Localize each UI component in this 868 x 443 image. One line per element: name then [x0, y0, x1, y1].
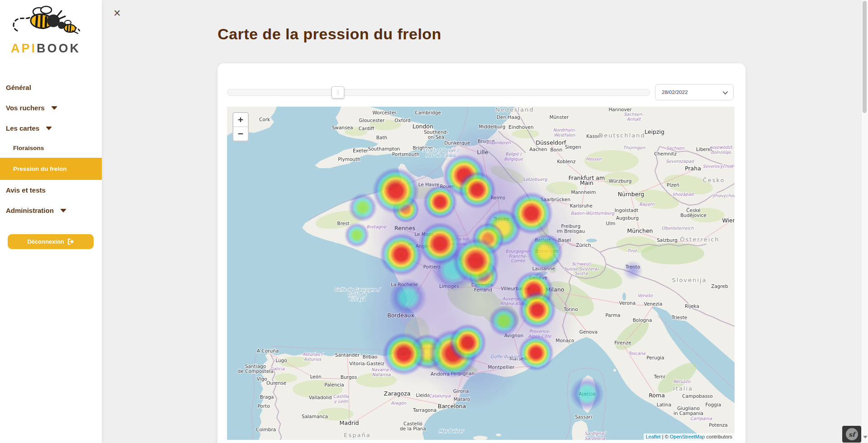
map-label: Trento [625, 264, 640, 269]
sidebar-item-vos-ruchers[interactable]: Vos ruchers [0, 98, 102, 118]
chevron-down-icon [722, 90, 728, 96]
map-label: Rouen [440, 184, 455, 189]
osm-link[interactable]: OpenStreetMap [670, 434, 705, 439]
date-select[interactable]: 28/02/2022 [655, 84, 734, 100]
map-label: Cambridge [415, 110, 441, 115]
map-label: Abruzzo [673, 379, 691, 384]
map-label: Sachsen-Anhalt [624, 112, 644, 122]
symfony-debug-badge[interactable]: sf [842, 426, 861, 443]
map-label: Girona [453, 388, 469, 394]
map-label: Middelburg [479, 124, 506, 129]
map-label: Deutschland [598, 132, 645, 139]
map-label: Parma [605, 312, 620, 318]
map-label: Braga [260, 394, 274, 400]
debug-caret-icon[interactable] [863, 436, 868, 438]
map-label: Milano [546, 286, 564, 293]
map-label: Jihozápad [672, 192, 694, 197]
sidebar-item-label: Avis et tests [6, 186, 46, 194]
map-label: Toulouse [415, 345, 436, 351]
zoom-in-button[interactable]: + [233, 113, 248, 127]
caret-down-icon [46, 127, 52, 130]
map-label: Frankfurt amMain [569, 174, 605, 186]
map-label: Karlsruhe [570, 203, 593, 208]
sidebar-nav: GénéralVos ruchersLes cartesFloraisonsPr… [0, 77, 102, 221]
map-label: España [344, 432, 370, 438]
map-label: Monaco [556, 338, 574, 343]
small-bee-icon [58, 20, 78, 33]
logout-icon [67, 239, 74, 245]
close-icon[interactable]: × [114, 7, 121, 19]
map-label: Potenza [709, 422, 728, 428]
sidebar-item-floraisons[interactable]: Floraisons [0, 138, 102, 158]
map-label: Augsburg [616, 215, 639, 221]
map-canvas[interactable]: CorkSwanseaCardiffWorcesterCambridgeGlou… [227, 107, 735, 440]
sidebar-item-avis-et-tests[interactable]: Avis et tests [0, 180, 102, 200]
map-label: Bath [376, 135, 387, 140]
map-label: Campobasso [682, 393, 713, 399]
map-label: Münster [550, 114, 569, 120]
map-label: ČeskéBudějovice [680, 207, 707, 218]
map-label: Venezia [644, 301, 663, 306]
sidebar-item-g-n-ral[interactable]: Général [0, 77, 102, 98]
zoom-out-button[interactable]: − [233, 127, 248, 141]
map-label: Koblenz [557, 159, 576, 164]
leaflet-link[interactable]: Leaflet [646, 434, 661, 439]
map-label: Cork [259, 117, 270, 122]
sidebar-item-pression-du-frelon[interactable]: Pression du frelon [0, 158, 102, 180]
map-label: Vlaanderen [486, 140, 511, 145]
map-label: Clermont-Ferrand [471, 282, 495, 292]
map-label: München [627, 227, 653, 234]
map-label: Letzebuerg [523, 177, 547, 182]
scrollbar-thumb[interactable] [863, 1, 867, 113]
map-label: Leipzig [645, 128, 664, 135]
sidebar-item-les-cartes[interactable]: Les cartes [0, 118, 102, 138]
map-label: Galicia [270, 366, 285, 371]
map-label: Severozápad [666, 159, 694, 164]
map-label: Pays dela Loire [396, 241, 413, 251]
map-label: Porto [257, 403, 270, 409]
map-label: Lausanne [532, 266, 555, 271]
map-label: Česko [703, 177, 725, 184]
sidebar-item-label: Floraisons [13, 145, 44, 151]
map-label: Reims [491, 195, 505, 200]
map-label: Plzeň [667, 182, 679, 188]
sidebar-item-administration[interactable]: Administration [0, 200, 102, 221]
sidebar-item-label: Vos ruchers [6, 104, 45, 112]
map-label: Castellóde la Plana [400, 421, 426, 431]
map-label: Asturias /Asturies [303, 352, 324, 362]
logout-button[interactable]: Déconnexion [8, 234, 94, 249]
map-label: Sachsen [666, 146, 685, 151]
map-label: Golfe de Gascogne /Golfo deVizcaya [334, 287, 381, 302]
map-label: Jihovýchod [712, 193, 735, 198]
map-label: Thüringen [623, 145, 645, 150]
map-label: Swansea [332, 125, 353, 130]
map-label: Zagreb [711, 283, 728, 289]
map-label: Campania [690, 416, 712, 421]
map-label: Sardigna/Sardegna [584, 431, 606, 440]
map-attribution: Leaflet | © OpenStreetMap contributors [644, 434, 735, 440]
map-zoom-control: + − [232, 112, 249, 141]
map-label: Plymouth [338, 156, 360, 162]
app-logo[interactable]: APIBOOK [0, 0, 102, 56]
map-label: Eindhoven [508, 124, 533, 130]
map-label: Rennes [394, 225, 415, 231]
map-label: Ajaccio [579, 391, 595, 396]
map-label: Bretagne [366, 224, 387, 229]
map-label: Vigo [257, 376, 267, 382]
map-label: Genève [529, 275, 547, 280]
logo-book-text: BOOK [37, 42, 81, 55]
map-label: Italia [673, 385, 693, 392]
map-label: Madrid [340, 419, 359, 426]
caret-down-icon [60, 209, 66, 212]
map-label: Exeter [353, 148, 369, 153]
date-slider[interactable] [227, 89, 650, 96]
map-label: Catalunya [429, 393, 451, 398]
map-labels-layer: CorkSwanseaCardiffWorcesterCambridgeGlou… [227, 107, 735, 440]
date-slider-handle[interactable] [332, 86, 344, 99]
map-label: Basel [558, 237, 571, 243]
map-label: Bourgogne-Franche-Comté [505, 249, 531, 263]
map-label: Baden-Württemberg [571, 211, 615, 216]
map-label: Southampton [368, 146, 400, 151]
map-label: Vitoria-Gasteiz [349, 361, 384, 366]
map-label: België /Belgique [504, 151, 523, 161]
